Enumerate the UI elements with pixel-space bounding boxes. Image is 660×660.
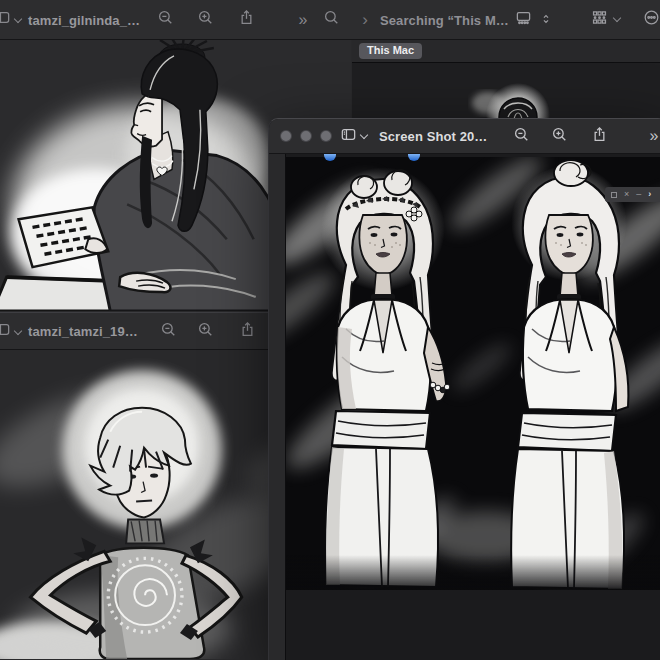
screenshot-titlebar[interactable]: Screen Shot 20… » [269, 119, 660, 154]
search-button[interactable] [320, 9, 342, 31]
share-icon [239, 321, 256, 342]
artwork-two-sisters[interactable] [286, 157, 660, 590]
minimize-icon: – [636, 190, 641, 199]
zoom-in-icon [551, 126, 568, 147]
window-controls [280, 119, 332, 153]
group-by-button[interactable] [588, 9, 610, 31]
view-mode-stepper[interactable] [535, 9, 557, 31]
scope-this-mac-button[interactable]: This Mac [359, 43, 422, 59]
desktop: › Searching “This M… This Mac [0, 0, 660, 660]
zoom-out-icon [160, 321, 177, 342]
gilninda-titlebar[interactable]: tamzi_gilninda_… » [0, 0, 352, 40]
gallery-view-icon [515, 9, 532, 30]
gilninda-window-title: tamzi_gilninda_… [28, 12, 140, 27]
restore-icon [611, 192, 617, 198]
sidebar-icon [0, 9, 11, 30]
sidebar-icon [340, 126, 357, 147]
chevron-down-icon [613, 14, 621, 22]
search-scope-bar: This Mac [352, 40, 660, 63]
zoom-out-button[interactable] [157, 320, 179, 342]
chevron-down-icon [14, 327, 22, 335]
zoom-in-button[interactable] [194, 320, 216, 342]
zoom-in-button[interactable] [194, 9, 216, 31]
sidebar-toggle-button[interactable] [0, 9, 13, 31]
zoom-out-button[interactable] [510, 125, 532, 147]
close-icon: × [624, 190, 629, 199]
chevron-down-icon [360, 131, 368, 139]
sidebar-icon [0, 321, 11, 342]
finder-window-title: Searching “This M… [380, 12, 509, 27]
screenshot-content: × – › [269, 154, 660, 660]
zoom-window-button[interactable] [320, 130, 332, 142]
zoom-in-button[interactable] [548, 125, 570, 147]
share-button[interactable] [236, 320, 258, 342]
finder-titlebar[interactable]: › Searching “This M… [352, 0, 660, 40]
zoom-out-icon [513, 126, 530, 147]
search-icon [323, 9, 340, 30]
share-button[interactable] [235, 9, 257, 31]
toolbar-overflow-button[interactable]: » [643, 125, 660, 147]
result-thumbnail[interactable] [352, 63, 660, 119]
share-icon [238, 9, 255, 30]
screenshot-window-title: Screen Shot 20… [379, 129, 487, 144]
up-down-chevrons-icon [540, 11, 552, 29]
toolbar-overflow-button[interactable]: » [292, 9, 314, 31]
sidebar-toggle-button[interactable] [0, 320, 13, 342]
share-icon [591, 126, 608, 147]
preview-window-screenshot: Screen Shot 20… » × – › [268, 118, 660, 660]
zoom-out-button[interactable] [154, 9, 176, 31]
group-grid-icon [591, 9, 608, 30]
share-button[interactable] [588, 125, 610, 147]
content-gutter [269, 154, 286, 660]
chevron-down-icon [14, 15, 22, 23]
tamzi-window-title: tamzi_tamzi_19… [28, 324, 138, 339]
close-button[interactable] [280, 130, 292, 142]
sidebar-toggle-button[interactable] [337, 125, 359, 147]
view-mode-button[interactable] [512, 9, 534, 31]
more-options-button[interactable] [640, 9, 660, 31]
image-overlay-controls: × – › [605, 187, 660, 202]
more-icon: › [648, 190, 651, 199]
forward-button[interactable]: › [354, 9, 376, 31]
more-options-icon [643, 9, 660, 30]
zoom-out-icon [157, 9, 174, 30]
minimize-button[interactable] [300, 130, 312, 142]
zoom-in-icon [197, 9, 214, 30]
zoom-in-icon [197, 321, 214, 342]
